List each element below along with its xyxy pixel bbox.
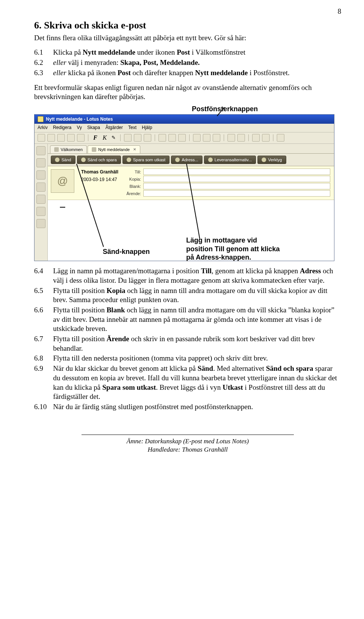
sidebar-icon[interactable] xyxy=(36,183,46,192)
toolbar-icon[interactable] xyxy=(228,134,235,142)
heading: 6. Skriva och skicka e-post xyxy=(34,19,341,32)
toolbar-icon[interactable] xyxy=(262,134,270,142)
button-label: Verktyg xyxy=(268,157,282,162)
toolbar-icon[interactable] xyxy=(178,134,186,142)
blank-input[interactable] xyxy=(143,183,330,189)
button-label: Sänd xyxy=(61,157,71,162)
sidebar-icon[interactable] xyxy=(36,195,46,204)
spara-utkast-button[interactable]: Spara som utkast xyxy=(122,156,170,164)
toolbar-icon[interactable] xyxy=(158,134,166,142)
sidebar-icon[interactable] xyxy=(36,207,46,216)
field-label-till: Till: xyxy=(122,169,143,175)
draft-icon xyxy=(127,158,131,162)
button-label: Adress... xyxy=(182,157,198,162)
item-text: Lägg in namn på mottagaren/mottagarna i … xyxy=(53,266,341,285)
toolbar-icon[interactable]: ✎ xyxy=(110,135,117,141)
toolbar-icon[interactable] xyxy=(237,134,245,142)
menu-item[interactable]: Redigera xyxy=(53,125,72,131)
adress-button[interactable]: Adress... xyxy=(171,156,202,164)
tab-icon xyxy=(92,147,96,152)
separator xyxy=(120,134,121,141)
bold-icon[interactable]: F xyxy=(92,134,99,142)
menu-item[interactable]: Arkiv xyxy=(38,125,48,131)
tools-icon xyxy=(262,158,266,162)
footer-subject: Ämne: Datorkunskap (E-post med Lotus Not… xyxy=(82,437,294,446)
item-text: eller välj i menyraden: Skapa, Post, Med… xyxy=(53,58,341,68)
action-bar: Sänd Sänd och spara Spara som utkast Adr… xyxy=(48,154,334,166)
sidebar xyxy=(35,144,48,261)
separator xyxy=(224,134,224,141)
toolbar-icon[interactable] xyxy=(77,134,85,142)
arende-input[interactable] xyxy=(143,190,330,197)
menu-item[interactable]: Hjälp xyxy=(142,125,152,131)
till-input[interactable] xyxy=(143,169,330,175)
toolbar-icon[interactable] xyxy=(57,134,65,142)
verktyg-button[interactable]: Verktyg xyxy=(257,156,286,164)
item-num: 6.10 xyxy=(34,402,53,412)
callout-postfonster: Postfönsterknappen xyxy=(34,105,341,113)
sand-spara-button[interactable]: Sänd och spara xyxy=(77,156,121,164)
toolbar-icon[interactable] xyxy=(67,134,75,142)
paragraph: Ett brevformulär skapas enligt figuren n… xyxy=(34,83,341,102)
button-label: Spara som utkast xyxy=(133,157,166,162)
annotation-lagg: Lägg in mottagare vid position Till geno… xyxy=(186,236,285,262)
toolbar-icon[interactable] xyxy=(277,134,284,142)
kopia-input[interactable] xyxy=(143,176,330,182)
intro-text: Det finns flera olika tillvägagångssätt … xyxy=(34,33,341,43)
tab-nytt-meddelande[interactable]: Nytt meddelande ✕ xyxy=(88,145,140,153)
separator xyxy=(273,134,273,141)
tab-valkommen[interactable]: Välkommen xyxy=(50,145,87,153)
format-toolbar: F K ✎ xyxy=(35,132,334,144)
address-icon xyxy=(175,158,180,162)
separator xyxy=(189,134,190,141)
list-2: 6.4Lägg in namn på mottagaren/mottagarna… xyxy=(34,266,341,411)
sidebar-icon[interactable] xyxy=(36,219,46,228)
item-num: 6.6 xyxy=(34,306,53,334)
toolbar-icon[interactable] xyxy=(144,134,151,142)
italic-icon[interactable]: K xyxy=(101,134,108,142)
menu-item[interactable]: Vy xyxy=(77,125,82,131)
toolbar-icon[interactable] xyxy=(213,134,220,142)
footer-by: Handledare: Thomas Granhäll xyxy=(82,446,294,454)
item-text: eller klicka på ikonen Post och därefter… xyxy=(53,68,341,78)
field-label-kopia: Kopia: xyxy=(122,176,143,182)
tab-label: Välkommen xyxy=(61,147,83,152)
window-titlebar: Nytt meddelande - Lotus Notes xyxy=(35,115,334,124)
toolbar-icon[interactable] xyxy=(168,134,176,142)
item-text: Flytta till den nedersta positionen (tom… xyxy=(53,354,341,363)
separator xyxy=(155,134,155,141)
sidebar-icon[interactable] xyxy=(36,170,46,180)
toolbar-icon[interactable] xyxy=(203,134,210,142)
mail-header: @ Thomas Granhäll 2003-03-19 14:47 Till:… xyxy=(48,166,334,200)
page-number: 8 xyxy=(338,7,342,16)
sand-button[interactable]: Sänd xyxy=(51,156,75,164)
leverans-button[interactable]: Leveransalternativ... xyxy=(204,156,256,164)
toolbar-icon[interactable] xyxy=(193,134,201,142)
toolbar-icon[interactable] xyxy=(38,134,45,142)
menu-item[interactable]: Skapa xyxy=(87,125,100,131)
toolbar-icon[interactable] xyxy=(47,134,55,142)
item-text: När du klar skickar du brevet genom att … xyxy=(53,364,341,402)
sidebar-icon[interactable] xyxy=(36,146,46,155)
field-label-blank: Blank: xyxy=(122,184,143,189)
from-name: Thomas Granhäll xyxy=(81,169,118,175)
separator xyxy=(248,134,249,141)
menubar[interactable]: Arkiv Redigera Vy Skapa Åtgärder Text Hj… xyxy=(35,124,334,132)
item-num: 6.8 xyxy=(34,354,53,363)
close-icon[interactable]: ✕ xyxy=(133,147,136,152)
send-save-icon xyxy=(81,158,86,162)
menu-item[interactable]: Text xyxy=(128,125,136,131)
delivery-icon xyxy=(208,158,213,162)
menu-item[interactable]: Åtgärder xyxy=(105,125,123,131)
tab-label: Nytt meddelande xyxy=(98,147,130,152)
screenshot: Nytt meddelande - Lotus Notes Arkiv Redi… xyxy=(34,114,334,261)
toolbar-icon[interactable] xyxy=(124,134,132,142)
field-label-arende: Ärende: xyxy=(122,191,143,196)
separator xyxy=(88,134,88,141)
toolbar-icon[interactable] xyxy=(134,134,141,142)
toolbar-icon[interactable] xyxy=(252,134,260,142)
item-text: Klicka på Nytt meddelande under ikonen P… xyxy=(53,48,341,57)
sidebar-icon[interactable] xyxy=(36,158,46,167)
item-text: Flytta till position Kopia och lägg in n… xyxy=(53,286,341,305)
swirl-icon: @ xyxy=(51,169,74,193)
